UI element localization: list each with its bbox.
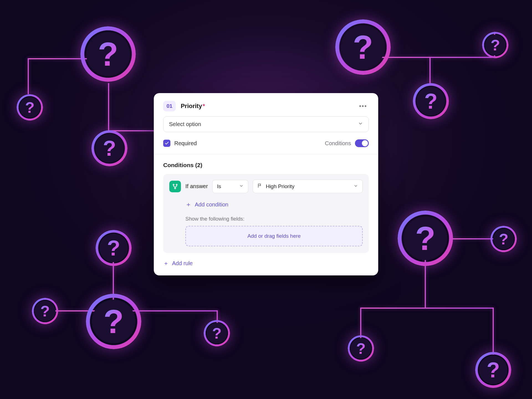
chevron-down-icon [354, 183, 358, 190]
required-label: Required [174, 140, 197, 147]
operator-select[interactable]: Is [212, 180, 248, 193]
question-node-icon: ? [482, 32, 508, 58]
question-node-icon: ? [475, 352, 511, 388]
field-editor-card: 01 Priority* ••• Select option Required … [154, 93, 378, 275]
decor-line [360, 308, 361, 338]
select-placeholder: Select option [169, 121, 201, 127]
chevron-down-icon [239, 183, 244, 190]
value-select[interactable]: High Priority [253, 180, 363, 193]
conditions-section-title: Conditions (2) [163, 162, 369, 168]
question-node-icon: ? [80, 26, 136, 82]
question-node-icon: ? [204, 320, 230, 346]
add-condition-button[interactable]: ＋ Add condition [185, 200, 228, 209]
decor-line [108, 83, 109, 130]
question-node-icon: ? [96, 230, 132, 266]
show-fields-label: Show the following fields: [185, 216, 363, 222]
question-node-icon: ? [490, 226, 517, 252]
required-checkbox[interactable] [163, 140, 170, 147]
decor-line [452, 238, 493, 239]
option-select[interactable]: Select option [163, 116, 369, 132]
decor-line [28, 58, 29, 94]
add-rule-button[interactable]: ＋ Add rule [163, 260, 193, 267]
question-node-icon: ? [413, 83, 449, 119]
field-number-badge: 01 [163, 101, 176, 111]
check-icon [165, 141, 169, 145]
if-answer-label: If answer [185, 183, 208, 190]
question-node-icon: ? [32, 298, 58, 324]
question-node-icon: ? [335, 19, 391, 75]
flag-icon [257, 183, 262, 190]
plus-icon: ＋ [163, 260, 169, 267]
decor-line [429, 57, 431, 85]
fields-dropzone[interactable]: Add or drag fields here [185, 226, 363, 246]
question-node-icon: ? [398, 211, 453, 266]
question-node-icon: ? [17, 94, 43, 121]
question-node-icon: ? [348, 335, 374, 362]
plus-icon: ＋ [185, 200, 191, 209]
branch-icon [169, 181, 181, 192]
question-node-icon: ? [91, 130, 127, 166]
card-header: 01 Priority* ••• [154, 93, 378, 116]
more-menu-button[interactable]: ••• [357, 101, 369, 111]
conditions-label: Conditions [325, 140, 351, 147]
decor-line [493, 308, 494, 355]
decor-line [360, 308, 493, 309]
question-node-icon: ? [86, 294, 141, 349]
field-title: Priority* [181, 103, 205, 110]
chevron-down-icon [358, 121, 363, 127]
required-star-icon: * [203, 103, 205, 109]
conditions-toggle[interactable] [355, 139, 369, 147]
condition-rule: If answer Is High Priority [163, 174, 369, 253]
